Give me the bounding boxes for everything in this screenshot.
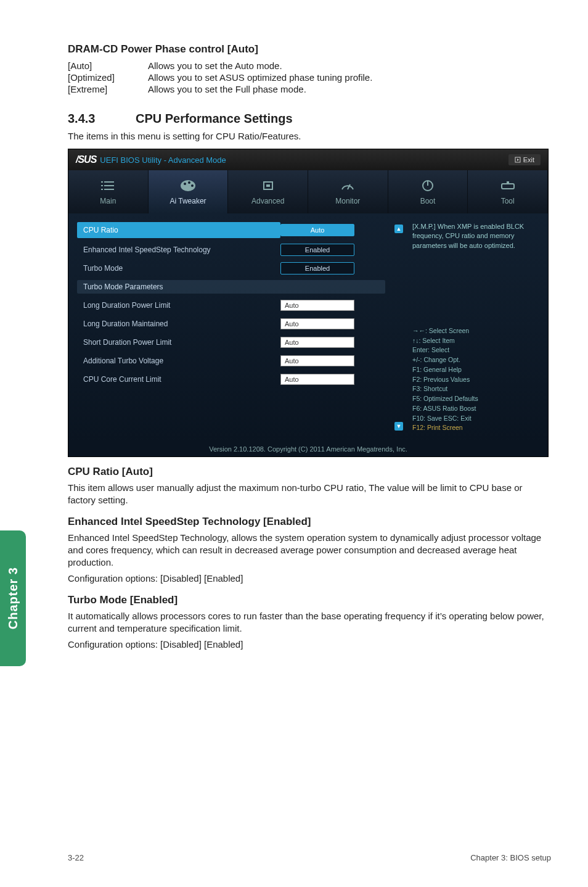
bios-titlebar: /SUS UEFI BIOS Utility - Advanced Mode E…	[68, 149, 548, 170]
bios-group-header: Turbo Mode Parameters	[77, 280, 385, 294]
svg-rect-17	[507, 181, 509, 184]
bios-row[interactable]: Short Duration Power Limit Auto	[77, 336, 385, 349]
dram-row-val: Allows you to set the Auto mode.	[148, 60, 551, 71]
bios-left-panel: CPU Ratio Auto Enhanced Intel SpeedStep …	[77, 222, 394, 433]
bios-row-label: Additional Turbo Voltage	[77, 354, 280, 368]
bios-window: /SUS UEFI BIOS Utility - Advanced Mode E…	[68, 149, 549, 457]
dram-row: [Auto] Allows you to set the Auto mode.	[68, 60, 551, 71]
tab-main[interactable]: Main	[68, 170, 149, 213]
svg-rect-4	[104, 185, 114, 186]
tab-label: Advanced	[251, 197, 284, 205]
dram-row-key: [Extreme]	[68, 84, 148, 94]
tab-ai-tweaker[interactable]: Ai Tweaker	[149, 170, 229, 213]
page-footer-title: Chapter 3: BIOS setup	[470, 853, 551, 862]
dram-row: [Extreme] Allows you to set the Full pha…	[68, 84, 551, 94]
bios-tabs: Main Ai Tweaker Advanced Monitor Boot To…	[68, 170, 548, 213]
tab-label: Ai Tweaker	[169, 197, 206, 205]
help-key-line: +/-: Change Opt.	[412, 355, 539, 365]
bios-row-value[interactable]: Enabled	[280, 262, 354, 274]
section-number: 3.4.3	[68, 112, 136, 126]
bios-row-value[interactable]: Auto	[280, 224, 354, 236]
bios-row-value[interactable]: Enabled	[280, 244, 354, 256]
turbo-cfg: Configuration options: [Disabled] [Enabl…	[68, 638, 551, 651]
tab-monitor[interactable]: Monitor	[308, 170, 388, 213]
cpu-ratio-heading: CPU Ratio [Auto]	[68, 466, 551, 478]
bios-help-keys: →←: Select Screen ↑↓: Select Item Enter:…	[412, 326, 539, 433]
help-key-line: F1: General Help	[412, 365, 539, 375]
bios-row[interactable]: Long Duration Maintained Auto	[77, 317, 385, 331]
bios-help-panel: [X.M.P.] When XMP is enabled BLCK freque…	[404, 222, 539, 433]
tool-icon	[500, 180, 515, 191]
power-icon	[421, 179, 435, 192]
help-key-line: Enter: Select	[412, 345, 539, 355]
dram-heading: DRAM-CD Power Phase control [Auto]	[68, 43, 551, 56]
speedstep-heading: Enhanced Intel SpeedStep Technology [Ena…	[68, 516, 551, 528]
bios-exit-label: Exit	[523, 156, 534, 163]
dram-row-val: Allows you to set the Full phase mode.	[148, 84, 551, 94]
speedstep-body: Enhanced Intel SpeedStep Technology, all…	[68, 532, 551, 569]
bios-row-label: Short Duration Power Limit	[77, 336, 280, 349]
turbo-heading: Turbo Mode [Enabled]	[68, 594, 551, 606]
bios-row-value[interactable]: Auto	[280, 300, 354, 311]
scroll-down-icon[interactable]: ▼	[394, 422, 403, 431]
dram-row-key: [Auto]	[68, 60, 148, 71]
bios-row-label: Long Duration Power Limit	[77, 299, 280, 312]
bios-mode: UEFI BIOS Utility - Advanced Mode	[100, 155, 226, 165]
bios-row-label: Long Duration Maintained	[77, 317, 280, 331]
bios-scrollbar[interactable]: ▲ ▼	[394, 222, 404, 433]
bios-row[interactable]: CPU Core Current Limit Auto	[77, 373, 385, 386]
bios-row-value[interactable]: Auto	[280, 374, 354, 385]
svg-rect-1	[101, 181, 103, 183]
section-lead: The items in this menu is setting for CP…	[68, 131, 551, 141]
svg-rect-6	[104, 189, 114, 190]
svg-rect-3	[101, 185, 103, 186]
bios-row-speedstep[interactable]: Enhanced Intel SpeedStep Technology Enab…	[77, 243, 385, 257]
page-footer: 3-22 Chapter 3: BIOS setup	[68, 853, 551, 862]
bios-exit-button[interactable]: Exit	[508, 154, 541, 165]
bios-help-text: [X.M.P.] When XMP is enabled BLCK freque…	[412, 222, 539, 250]
bios-row[interactable]: Long Duration Power Limit Auto	[77, 299, 385, 312]
svg-point-9	[188, 181, 190, 184]
palette-icon	[180, 179, 196, 192]
scroll-up-icon[interactable]: ▲	[394, 225, 403, 233]
svg-line-13	[348, 184, 350, 189]
chip-icon	[261, 179, 275, 192]
svg-point-8	[184, 183, 186, 185]
svg-rect-5	[101, 189, 103, 190]
help-key-line: F5: Optimized Defaults	[412, 394, 539, 404]
exit-icon	[515, 157, 521, 163]
bios-brand: /SUS	[76, 154, 96, 165]
chapter-spine: Chapter 3	[0, 530, 26, 666]
bios-body: CPU Ratio Auto Enhanced Intel SpeedStep …	[68, 213, 548, 442]
help-key-line: →←: Select Screen	[412, 326, 539, 336]
gauge-icon	[341, 179, 354, 192]
bios-row-turbo[interactable]: Turbo Mode Enabled	[77, 262, 385, 275]
bios-row-value[interactable]: Auto	[280, 355, 354, 366]
tab-tool[interactable]: Tool	[468, 170, 548, 213]
dram-row: [Optimized] Allows you to set ASUS optim…	[68, 72, 551, 83]
bios-row-label: Enhanced Intel SpeedStep Technology	[77, 243, 280, 257]
tab-label: Boot	[420, 197, 436, 205]
bios-footer: Version 2.10.1208. Copyright (C) 2011 Am…	[68, 442, 548, 456]
tab-advanced[interactable]: Advanced	[228, 170, 308, 213]
help-key-line: F6: ASUS Ratio Boost	[412, 404, 539, 414]
svg-point-10	[191, 184, 194, 187]
section-heading: 3.4.3CPU Performance Settings	[68, 112, 551, 126]
speedstep-cfg: Configuration options: [Disabled] [Enabl…	[68, 572, 551, 585]
svg-rect-12	[266, 184, 270, 187]
dram-row-key: [Optimized]	[68, 72, 148, 83]
bios-row[interactable]: Additional Turbo Voltage Auto	[77, 354, 385, 368]
help-key-line: ↑↓: Select Item	[412, 336, 539, 346]
section-title: CPU Performance Settings	[136, 112, 293, 125]
bios-row-cpu-ratio[interactable]: CPU Ratio Auto	[77, 222, 385, 238]
help-key-line: F2: Previous Values	[412, 375, 539, 385]
bios-row-label: CPU Core Current Limit	[77, 373, 280, 386]
page-number: 3-22	[68, 853, 84, 862]
bios-row-value[interactable]: Auto	[280, 337, 354, 348]
tab-boot[interactable]: Boot	[388, 170, 468, 213]
bios-row-value[interactable]: Auto	[280, 318, 354, 329]
list-icon	[101, 180, 115, 191]
svg-rect-16	[502, 184, 514, 189]
svg-rect-2	[104, 181, 114, 183]
dram-row-val: Allows you to set ASUS optimized phase t…	[148, 72, 551, 83]
